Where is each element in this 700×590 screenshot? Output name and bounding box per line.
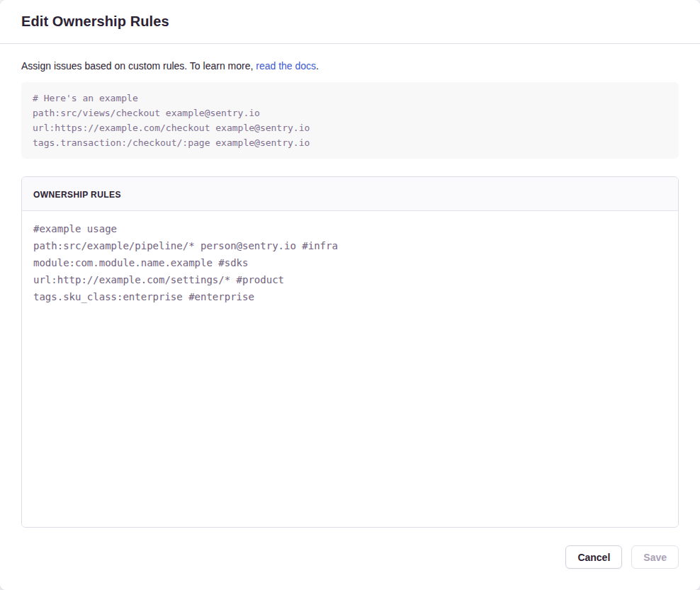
description-main: Assign issues based on custom rules. To … (21, 60, 253, 72)
save-button[interactable]: Save (631, 545, 679, 569)
cancel-button[interactable]: Cancel (565, 545, 622, 569)
read-the-docs-link[interactable]: read the docs (256, 60, 316, 72)
modal-body: Assign issues based on custom rules. To … (0, 44, 700, 526)
description-text: Assign issues based on custom rules. To … (21, 60, 679, 72)
example-code-block: # Here's an example path:src/views/check… (21, 82, 679, 159)
ownership-rules-panel-header: OWNERSHIP RULES (22, 177, 678, 211)
modal-title: Edit Ownership Rules (21, 13, 169, 30)
ownership-rules-panel: OWNERSHIP RULES #example usage path:src/… (21, 176, 679, 528)
example-code-line: url:https://example.com/checkout example… (33, 120, 667, 135)
description-suffix: . (316, 60, 319, 72)
ownership-rules-panel-title: OWNERSHIP RULES (33, 190, 121, 200)
modal-footer: Cancel Save (0, 526, 700, 590)
modal-header: Edit Ownership Rules (0, 0, 700, 44)
edit-ownership-rules-modal: Edit Ownership Rules Assign issues based… (0, 0, 700, 590)
example-code-line: tags.transaction:/checkout/:page example… (33, 135, 667, 150)
ownership-rules-textarea[interactable]: #example usage path:src/example/pipeline… (22, 211, 678, 527)
example-code-line: path:src/views/checkout example@sentry.i… (33, 106, 667, 120)
example-code-line: # Here's an example (33, 91, 667, 106)
